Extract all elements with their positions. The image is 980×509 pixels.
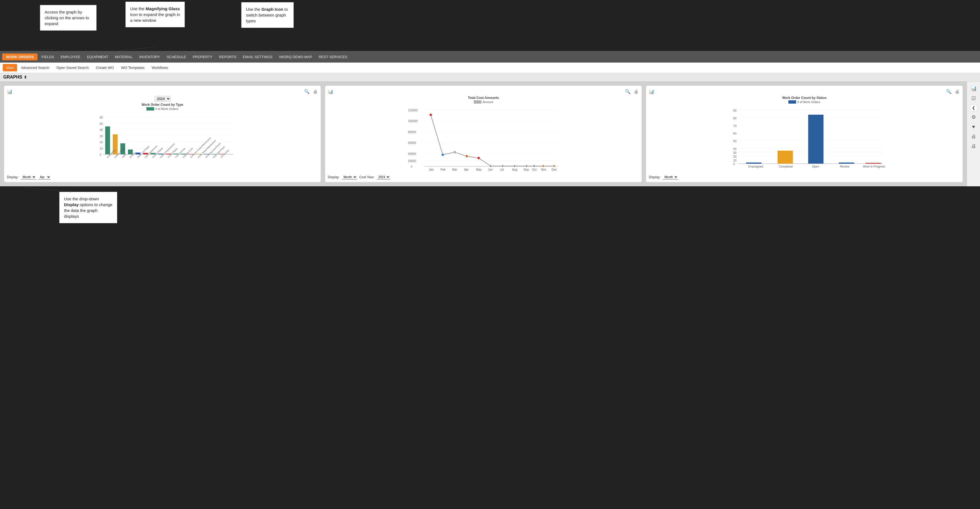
sidebar-print2-icon[interactable]: 🖨 <box>970 142 977 150</box>
svg-rect-110 <box>746 163 762 164</box>
graph3-display-select[interactable]: MonthDayWeekYear <box>663 175 678 179</box>
graphs-expand-icon[interactable]: ⇕ <box>24 75 27 79</box>
graph3-print-btn[interactable]: 🖨 <box>955 89 960 95</box>
svg-text:0: 0 <box>100 153 102 156</box>
svg-text:Feb: Feb <box>441 168 445 171</box>
nav-inventory[interactable]: INVENTORY <box>137 54 163 60</box>
svg-text:0: 0 <box>411 165 412 168</box>
nav-iworq-demo-map[interactable]: IWORQ DEMO MAP <box>276 54 315 60</box>
sidebar-print1-icon[interactable]: 🖨 <box>970 133 977 141</box>
svg-text:10: 10 <box>733 159 737 162</box>
nav-schedule[interactable]: SCHEDULE <box>164 54 189 60</box>
graph2-search-btn[interactable]: 🔍 <box>625 89 631 95</box>
graph1-month-select[interactable]: AprJanFebMar MayJunJulAug SepOctNovDec <box>38 175 51 179</box>
graph3-search-btn[interactable]: 🔍 <box>945 89 952 95</box>
svg-point-71 <box>477 157 480 160</box>
graph2-legend-swatch <box>474 100 482 104</box>
callout-lines-bottom <box>0 186 980 247</box>
svg-text:Aug: Aug <box>512 168 517 171</box>
graph1-actions: 🔍 🖨 <box>304 89 318 95</box>
svg-text:30: 30 <box>733 151 737 154</box>
graphs-header: GRAPHS ⇕ <box>0 73 980 82</box>
svg-point-74 <box>514 165 515 167</box>
svg-text:20: 20 <box>733 155 737 158</box>
graph3-title: Work Order Count by Status <box>649 96 960 100</box>
graph2-costyear-label: Cost Year: <box>359 175 374 179</box>
nav-reports[interactable]: REPORTS <box>216 54 239 60</box>
svg-text:50: 50 <box>100 122 103 125</box>
graph1-type-icon[interactable]: 📊 <box>7 89 13 94</box>
graph2-chart: 120000 100000 80000 60000 40000 20000 0 <box>328 105 639 174</box>
nav-work-orders[interactable]: WORK ORDERS <box>2 54 38 60</box>
subnav-workflows[interactable]: Workflows <box>148 64 172 71</box>
svg-text:Nov: Nov <box>541 168 546 171</box>
subnav-open-saved-search[interactable]: Open Saved Search <box>53 64 92 71</box>
tooltip-magnify: Use the Magnifying Glass icon to expand … <box>126 2 185 27</box>
graph2-legend-label: Amount <box>482 100 493 104</box>
graph2-display-label: Display: <box>328 175 340 179</box>
svg-point-68 <box>441 153 444 156</box>
svg-point-77 <box>542 165 544 167</box>
graph2-actions: 🔍 🖨 <box>625 89 639 95</box>
bottom-annotations: Use the drop-down Display options to cha… <box>0 186 980 247</box>
svg-text:Unassigned: Unassigned <box>748 165 763 168</box>
svg-text:Review: Review <box>840 165 850 168</box>
subnav-create-wo[interactable]: Create WO <box>93 64 117 71</box>
svg-point-75 <box>526 165 528 167</box>
svg-point-76 <box>533 165 535 167</box>
svg-line-4 <box>267 47 273 51</box>
svg-text:Jul: Jul <box>500 168 504 171</box>
svg-point-73 <box>501 165 504 167</box>
graph2-footer: Display: MonthDayWeekYear Cost Year: 202… <box>328 174 639 179</box>
graph3-footer: Display: MonthDayWeekYear <box>649 174 960 179</box>
svg-text:50: 50 <box>733 140 737 143</box>
svg-text:30: 30 <box>100 135 103 138</box>
svg-rect-113 <box>839 163 854 164</box>
graph2-print-btn[interactable]: 🖨 <box>633 89 639 95</box>
nav-employee[interactable]: EMPLOYEE <box>58 54 83 60</box>
graph2-costyear-select[interactable]: 202420232022 <box>377 175 390 179</box>
svg-text:Mar: Mar <box>452 168 457 171</box>
svg-text:40000: 40000 <box>408 152 416 155</box>
subnav-main[interactable]: Main <box>3 64 17 71</box>
sidebar-gear-icon[interactable]: ⚙ <box>970 113 977 121</box>
graph3-legend: # of Work Orders <box>649 100 960 104</box>
subnav-advanced-search[interactable]: Advanced Search <box>18 64 52 71</box>
svg-text:70: 70 <box>733 124 737 128</box>
sidebar-collapse-btn[interactable]: ❮ <box>970 104 977 111</box>
graph1-display-select[interactable]: MonthDayWeekYear <box>21 175 36 179</box>
graph-card-2: 📊 🔍 🖨 Total Cost Amounts Amount 120000 1… <box>325 86 642 182</box>
nav-equipment[interactable]: EQUIPMENT <box>84 54 111 60</box>
graph2-type-icon[interactable]: 📊 <box>328 89 333 94</box>
svg-text:40: 40 <box>733 147 737 151</box>
svg-marker-1 <box>22 50 24 51</box>
graph2-display-select[interactable]: MonthDayWeekYear <box>342 175 357 179</box>
sidebar-check-icon[interactable]: ☑ <box>970 94 977 103</box>
svg-text:Open: Open <box>812 165 819 168</box>
tooltip-display: Use the drop-down Display options to cha… <box>59 192 117 223</box>
graph1-search-btn[interactable]: 🔍 <box>304 89 310 95</box>
main-nav: WORK ORDERS FIELDS EMPLOYEE EQUIPMENT MA… <box>0 51 980 63</box>
sidebar-chart-icon[interactable]: 📊 <box>969 84 978 93</box>
svg-text:60000: 60000 <box>408 141 416 144</box>
svg-text:Apr: Apr <box>464 168 469 171</box>
graph2-header: 📊 🔍 🖨 <box>328 89 639 95</box>
tooltip-graph-icon: Use the Graph Icon to switch between gra… <box>241 2 294 28</box>
graph1-legend-label: # of Work Orders <box>155 107 178 111</box>
graph1-title: Work Order Count by Type <box>7 103 318 107</box>
subnav-wo-templates[interactable]: WO Templates <box>118 64 148 71</box>
svg-text:100000: 100000 <box>408 119 417 123</box>
sidebar-heart-icon[interactable]: ♥ <box>971 123 976 131</box>
svg-rect-111 <box>778 151 793 164</box>
graph1-legend-swatch <box>146 107 154 111</box>
graph1-year-dropdown[interactable]: 202420232022 <box>154 96 171 102</box>
graph1-print-btn[interactable]: 🖨 <box>312 89 318 95</box>
graph1-display-label: Display: <box>7 175 19 179</box>
nav-property[interactable]: PROPERTY <box>190 54 215 60</box>
nav-material[interactable]: MATERIAL <box>112 54 135 60</box>
nav-fields[interactable]: FIELDS <box>38 54 57 60</box>
graph3-type-icon[interactable]: 📊 <box>649 89 654 94</box>
svg-text:80000: 80000 <box>408 130 416 134</box>
nav-rest-services[interactable]: REST SERVICES <box>316 54 350 60</box>
nav-email-settings[interactable]: EMAIL SETTINGS <box>240 54 275 60</box>
